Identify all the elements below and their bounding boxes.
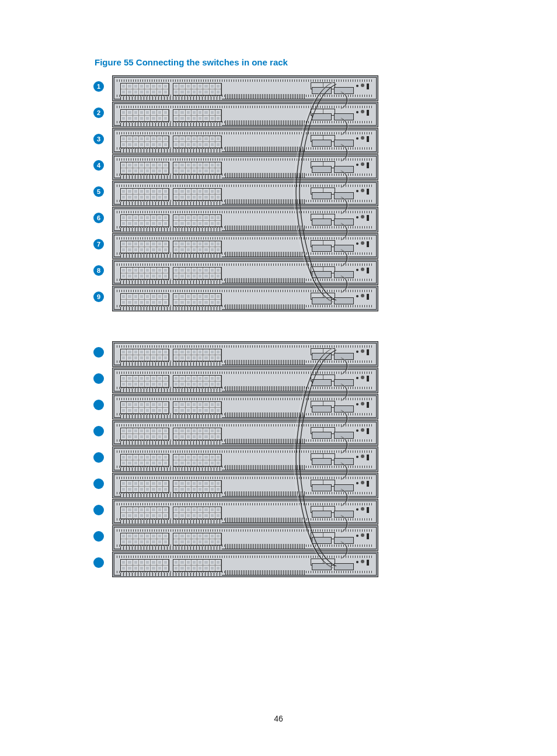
- rack-figure-2: [93, 341, 378, 578]
- callout-badge: 3: [93, 134, 104, 144]
- rack-row: [93, 394, 378, 420]
- network-switch: [112, 233, 378, 259]
- network-switch: [112, 181, 378, 206]
- rack-row: [93, 446, 378, 473]
- network-switch: [112, 102, 378, 127]
- rack-row: [93, 552, 378, 578]
- callout-badge: 9: [93, 292, 104, 302]
- rack-row: [93, 499, 378, 525]
- rack-row: 3: [93, 128, 378, 154]
- network-switch: [112, 154, 378, 180]
- network-switch: [112, 394, 378, 419]
- rack-row: [93, 420, 378, 446]
- rack-row: 6: [93, 207, 378, 233]
- callout-badge: [93, 531, 104, 542]
- callout-badge: [93, 400, 104, 410]
- rack-row: 5: [93, 181, 378, 207]
- rack-figure-1: 123456789: [93, 75, 378, 312]
- rack-row: [93, 473, 378, 499]
- rack-row: 7: [93, 233, 378, 259]
- network-switch: [112, 473, 378, 498]
- callout-badge: [93, 505, 104, 515]
- network-switch: [112, 552, 378, 577]
- figure-caption: Figure 55 Connecting the switches in one…: [95, 57, 557, 67]
- network-switch: [112, 341, 378, 367]
- network-switch: [112, 75, 378, 101]
- rack-row: 9: [93, 286, 378, 312]
- callout-badge: [93, 347, 104, 358]
- callout-badge: 6: [93, 213, 104, 223]
- rack-row: 4: [93, 154, 378, 181]
- network-switch: [112, 259, 378, 285]
- network-switch: [112, 420, 378, 446]
- rack-row: [93, 341, 378, 367]
- network-switch: [112, 286, 378, 311]
- page-number: 46: [0, 714, 557, 723]
- callout-badge: 7: [93, 239, 104, 249]
- rack-row: [93, 525, 378, 552]
- callout-badge: [93, 452, 104, 463]
- callout-badge: 5: [93, 186, 104, 197]
- rack-row: [93, 367, 378, 394]
- network-switch: [112, 128, 378, 154]
- rack-row: 8: [93, 259, 378, 286]
- callout-badge: [93, 426, 104, 436]
- callout-badge: [93, 557, 104, 568]
- rack-row: 1: [93, 75, 378, 102]
- network-switch: [112, 525, 378, 551]
- document-page: Figure 55 Connecting the switches in one…: [0, 0, 557, 756]
- callout-badge: [93, 373, 104, 384]
- network-switch: [112, 446, 378, 472]
- callout-badge: 1: [93, 81, 104, 92]
- callout-badge: 8: [93, 265, 104, 276]
- callout-badge: [93, 478, 104, 489]
- callout-badge: 4: [93, 160, 104, 171]
- rack-row: 2: [93, 102, 378, 128]
- network-switch: [112, 499, 378, 525]
- callout-badge: 2: [93, 107, 104, 118]
- network-switch: [112, 367, 378, 393]
- network-switch: [112, 207, 378, 233]
